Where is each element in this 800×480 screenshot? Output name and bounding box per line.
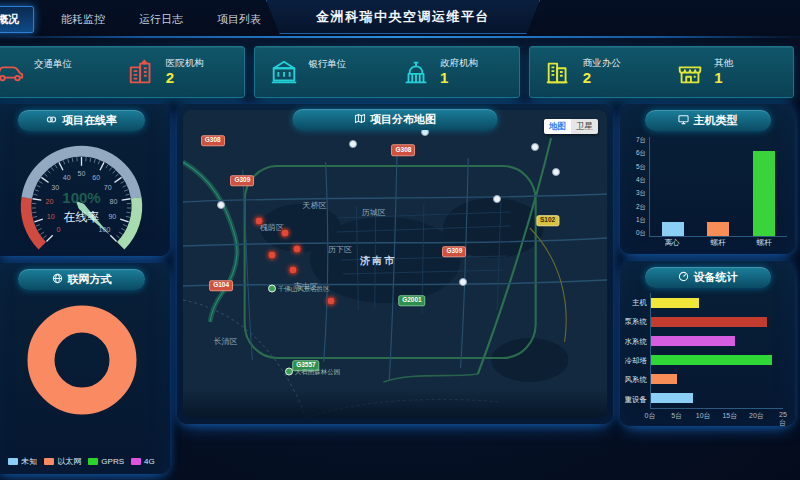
map-canvas[interactable]: G308G308G309G104G309S102G2001G3557济南市槐荫区… [183,110,607,418]
gauge-value: 100% [0,189,170,206]
legend-swatch [8,458,18,465]
legend-item[interactable]: 以太网 [44,456,81,467]
panel-map-header: 项目分布地图 [293,109,498,130]
map-layer-inactive[interactable]: 卫星 [571,119,598,134]
road-badge-G104: G104 [209,280,233,292]
bar-水系统 [651,336,735,346]
stat-value [308,70,346,86]
panel-network-mode: 联网方式 未知以太网GPRS4G [0,263,170,474]
stat-card-2: 商业办公2其他1 [529,46,794,98]
panel-host-type: 主机类型 7台6台5台4台3台2台1台0台离心螺杆螺杆 [620,104,795,254]
park-icon [268,285,276,293]
panel-title: 设备统计 [694,270,738,285]
stat-item: 其他1 [661,57,793,88]
district-label: 天桥区 [302,200,326,211]
office-icon [544,57,574,87]
stat-value: 2 [583,69,621,88]
bar-泵系统 [651,317,767,327]
bar-风系统 [651,374,677,384]
globe-icon [52,273,63,286]
legend-label: 未知 [21,456,37,467]
bar-离心 [662,222,684,236]
left-column: 项目在线率 0102030405060708090100 100% 在线率 联网… [0,104,170,474]
bar-plot-area [649,137,787,237]
stat-label: 银行单位 [308,58,346,70]
project-marker[interactable] [289,266,298,275]
panel-network-header: 联网方式 [18,269,145,290]
stat-label: 交通单位 [34,58,72,70]
stats-row: 交通单位医院机构2银行单位政府机构1商业办公2其他1 [0,38,800,102]
legend-swatch [88,458,98,465]
stat-value: 1 [714,69,733,88]
x-axis-labels: 0台5台10台15台20台25台 [650,409,783,420]
station-marker[interactable] [552,168,560,176]
tab-0[interactable]: 概况 [0,6,34,33]
panel-title: 联网方式 [68,272,112,287]
svg-text:40: 40 [63,174,71,181]
stat-item: 交通单位 [0,57,113,87]
main-grid: 项目在线率 0102030405060708090100 100% 在线率 联网… [0,102,800,474]
legend-item[interactable]: GPRS [88,456,124,467]
legend-swatch [131,458,141,465]
stat-value: 2 [166,69,204,88]
poi-label: 大石崮森林公园 [285,367,341,376]
y-axis-labels: 主机泵系统水系统冷却塔风系统重设备 [625,293,650,409]
svg-text:0: 0 [57,226,61,233]
road-badge-G308: G308 [392,144,416,156]
link-icon [46,114,57,127]
project-marker[interactable] [280,229,289,238]
legend-item[interactable]: 未知 [8,456,37,467]
tab-3[interactable]: 项目列表 [215,7,263,32]
gauge-icon [678,271,689,284]
project-marker[interactable] [255,216,264,225]
station-marker[interactable] [217,201,225,209]
bar-螺杆 [707,222,729,236]
dashboard: 概况能耗监控运行日志项目列表视频监控 金洲科瑞中央空调运维平台 交通单位医院机构… [0,0,800,480]
legend-item[interactable]: 4G [131,456,155,467]
tab-1[interactable]: 能耗监控 [59,7,107,32]
station-marker[interactable] [459,278,467,286]
network-donut-chart [0,290,170,440]
panel-title: 项目分布地图 [370,112,436,127]
y-axis-labels: 7台6台5台4台3台2台1台0台 [628,137,649,237]
station-marker[interactable] [531,143,539,151]
panel-device-stats: 设备统计 主机泵系统水系统冷却塔风系统重设备0台5台10台15台20台25台 [620,261,795,426]
panel-online-rate-header: 项目在线率 [18,110,145,131]
top-bar: 概况能耗监控运行日志项目列表视频监控 金洲科瑞中央空调运维平台 [0,0,800,38]
project-marker[interactable] [268,250,277,259]
project-marker[interactable] [327,296,336,305]
device-stats-chart: 主机泵系统水系统冷却塔风系统重设备0台5台10台15台20台25台 [625,293,783,420]
svg-text:50: 50 [78,170,86,177]
stat-card-0: 交通单位医院机构2 [0,46,245,98]
map-layer-switcher: 地图卫星 [544,119,598,134]
road-badge-G309: G309 [442,246,466,258]
car-icon [0,57,25,87]
tab-2[interactable]: 运行日志 [137,7,185,32]
panel-device-stats-header: 设备统计 [645,267,771,288]
stat-item: 医院机构2 [113,57,245,88]
stat-label: 医院机构 [166,57,204,69]
stat-item: 银行单位 [255,57,387,87]
station-marker[interactable] [349,140,357,148]
district-label: 历下区 [328,243,352,254]
government-icon [401,57,431,87]
legend-swatch [44,458,54,465]
gauge-sub-label: 在线率 [0,209,170,226]
stat-label: 政府机构 [440,57,478,69]
host-type-chart: 7台6台5台4台3台2台1台0台离心螺杆螺杆 [628,137,787,248]
stat-value: 1 [440,69,478,88]
poi-label: 千佛山风景名胜区 [268,284,330,293]
bank-icon [269,57,299,87]
bar-冷却塔 [651,355,772,365]
hospital-icon [127,57,157,87]
bar-主机 [651,298,699,308]
stat-label: 其他 [714,57,733,69]
map-layer-active[interactable]: 地图 [544,119,571,134]
station-marker[interactable] [493,195,501,203]
project-marker[interactable] [293,244,302,253]
road-badge-S102: S102 [536,215,559,227]
park-icon [285,368,293,376]
right-column: 主机类型 7台6台5台4台3台2台1台0台离心螺杆螺杆 设备统计 主机泵系统水系… [620,104,795,474]
city-label: 济南市 [360,254,396,268]
road-badge-G2001: G2001 [398,295,426,307]
